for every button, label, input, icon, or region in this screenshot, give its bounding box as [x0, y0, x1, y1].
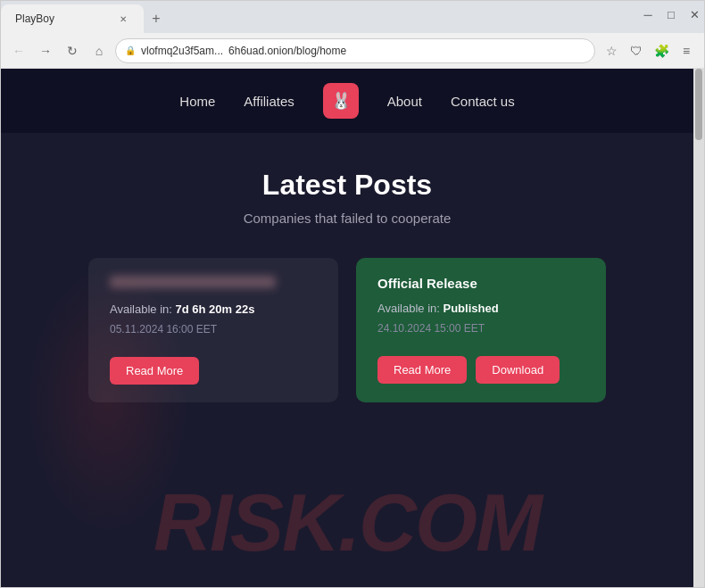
- nav-link-about[interactable]: About: [387, 94, 422, 109]
- card-blurred-title: [110, 276, 276, 288]
- site-main: Latest Posts Companies that failed to co…: [1, 133, 693, 438]
- card-actions-1: Read More: [110, 357, 317, 385]
- address-bar[interactable]: 🔒 vlofmq2u3f5am... 6h6uad.onion/blog/hom…: [115, 38, 595, 63]
- browser-window: PlayBoy ✕ + ─ □ ✕ ← → ↻: [0, 0, 705, 588]
- maximize-button[interactable]: □: [661, 4, 681, 24]
- menu-button[interactable]: ≡: [676, 40, 697, 62]
- cards-row: Available in: 7d 6h 20m 22s 05.11.2024 1…: [54, 258, 640, 402]
- read-more-button-2[interactable]: Read More: [377, 356, 467, 384]
- refresh-button[interactable]: ↻: [62, 40, 83, 62]
- page-heading: Latest Posts: [54, 169, 640, 202]
- download-button-2[interactable]: Download: [476, 356, 560, 384]
- url-display-right: 6h6uad.onion/blog/home: [228, 45, 346, 57]
- window-close-button[interactable]: ✕: [684, 4, 704, 24]
- nav-logo: 🐰: [323, 83, 359, 119]
- bg-watermark: RISK.COM: [153, 477, 541, 569]
- post-card-1: Available in: 7d 6h 20m 22s 05.11.2024 1…: [88, 258, 338, 402]
- card-status: Published: [443, 302, 498, 315]
- page-subheading: Companies that failed to cooperate: [54, 211, 640, 226]
- card-timer: 7d 6h 20m 22s: [175, 302, 254, 316]
- extensions-button[interactable]: 🧩: [651, 40, 672, 62]
- scrollbar[interactable]: [693, 69, 704, 587]
- shield-button[interactable]: 🛡: [626, 40, 647, 62]
- window-controls: ─ □ ✕: [638, 4, 704, 33]
- tab-title: PlayBoy: [15, 12, 54, 25]
- tab-close-button[interactable]: ✕: [117, 12, 129, 25]
- bookmark-button[interactable]: ☆: [601, 40, 622, 62]
- card-title-2: Official Release: [377, 276, 585, 291]
- site-nav: Home Affiliates 🐰 About Contact us: [1, 69, 693, 133]
- lock-icon: 🔒: [125, 46, 136, 55]
- back-button[interactable]: ←: [8, 40, 29, 62]
- forward-button[interactable]: →: [35, 40, 56, 62]
- browser-content: RISK.COM Home Affiliates 🐰 About Contact…: [1, 69, 704, 587]
- card-available-2: Available in: Published: [377, 302, 585, 315]
- card-date-2: 24.10.2024 15:00 EET: [377, 322, 585, 335]
- home-button[interactable]: ⌂: [88, 40, 110, 62]
- url-display-left: vlofmq2u3f5am...: [141, 45, 223, 57]
- read-more-button-1[interactable]: Read More: [110, 357, 199, 385]
- scrollbar-thumb[interactable]: [695, 69, 702, 140]
- logo-icon: 🐰: [331, 91, 351, 111]
- post-card-2: Official Release Available in: Published…: [356, 258, 606, 402]
- minimize-button[interactable]: ─: [638, 4, 658, 24]
- address-bar-row: ← → ↻ ⌂ 🔒 vlofmq2u3f5am... 6h6uad.onion/…: [1, 33, 704, 69]
- nav-link-affiliates[interactable]: Affiliates: [244, 94, 294, 109]
- card-available-1: Available in: 7d 6h 20m 22s: [110, 302, 317, 316]
- nav-link-home[interactable]: Home: [179, 94, 215, 109]
- toolbar-right: ☆ 🛡 🧩 ≡: [601, 40, 697, 62]
- nav-link-contact[interactable]: Contact us: [451, 94, 515, 109]
- card-actions-2: Read More Download: [377, 356, 585, 384]
- browser-tab[interactable]: PlayBoy ✕: [1, 4, 144, 33]
- website: RISK.COM Home Affiliates 🐰 About Contact…: [1, 69, 693, 587]
- tab-bar: PlayBoy ✕ + ─ □ ✕: [1, 1, 704, 33]
- new-tab-button[interactable]: +: [144, 6, 169, 31]
- card-date-1: 05.11.2024 16:00 EET: [110, 323, 317, 335]
